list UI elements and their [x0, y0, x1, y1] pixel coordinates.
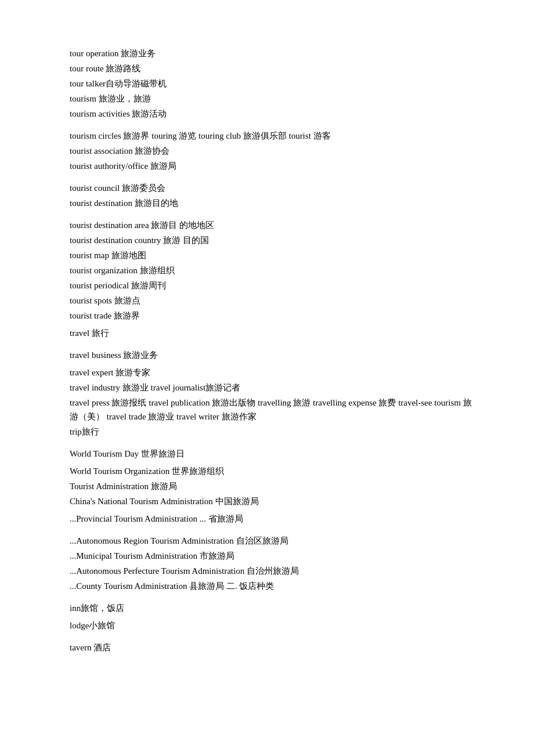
entry-tourist-destination-country: tourist destination country 旅游 目的国 — [70, 233, 476, 247]
entry-provincial-tourism: ...Provincial Tourism Administration ...… — [70, 512, 476, 526]
entry-tourism-circles: tourism circles 旅游界 touring 游览 touring c… — [70, 129, 476, 143]
entry-tourism-activities: tourism activities 旅游活动 — [70, 107, 476, 121]
entry-travel-industry: travel industry 旅游业 travel journalist旅游记… — [70, 381, 476, 395]
entry-spacer6 — [70, 529, 476, 534]
entry-world-tourism-day: World Tourism Day 世界旅游日 — [70, 447, 476, 461]
entry-spacer5 — [70, 442, 476, 447]
entry-tourist-destination: tourist destination 旅游目的地 — [70, 196, 476, 210]
entry-tourist-destination-area: tourist destination area 旅游目 的地地区 — [70, 218, 476, 232]
entry-tourist-council: tourist council 旅游委员会 — [70, 181, 476, 195]
entry-lodge: lodge小旅馆 — [70, 618, 476, 632]
entry-tour-operation: tour operation 旅游业务 — [70, 46, 476, 60]
entry-travel: travel 旅行 — [70, 326, 476, 340]
entry-tourist-administration: Tourist Administration 旅游局 — [70, 479, 476, 493]
entry-autonomous-prefecture: ...Autonomous Perfecture Tourism Adminis… — [70, 564, 476, 578]
entry-tourist-authority: tourist authority/office 旅游局 — [70, 159, 476, 173]
entry-china-national-tourism: China's National Tourism Administration … — [70, 494, 476, 508]
entry-tourist-spots: tourist spots 旅游点 — [70, 294, 476, 308]
entry-tourist-trade: tourist trade 旅游界 — [70, 309, 476, 323]
entry-spacer4 — [70, 343, 476, 348]
entry-tavern: tavern 酒店 — [70, 641, 476, 654]
entry-trip: trip旅行 — [70, 425, 476, 439]
entry-tourist-periodical: tourist periodical 旅游周刊 — [70, 278, 476, 292]
entry-tourist-organization: tourist organization 旅游组织 — [70, 263, 476, 277]
main-content: tour operation 旅游业务tour route 旅游路线tour t… — [70, 46, 476, 654]
entry-tour-talker: tour talker自动导游磁带机 — [70, 77, 476, 91]
entry-travel-expert: travel expert 旅游专家 — [70, 366, 476, 379]
entry-tourist-map: tourist map 旅游地图 — [70, 248, 476, 262]
entry-autonomous-region: ...Autonomous Region Tourism Administrat… — [70, 534, 476, 548]
entry-inn: inn旅馆，饭店 — [70, 601, 476, 615]
entry-travel-press: travel press 旅游报纸 travel publication 旅游出… — [70, 396, 476, 424]
entry-spacer8 — [70, 636, 476, 641]
entry-travel-business: travel business 旅游业务 — [70, 348, 476, 362]
entry-spacer3 — [70, 214, 476, 218]
entry-spacer1 — [70, 124, 476, 129]
entry-world-tourism-org: World Tourism Organization 世界旅游组织 — [70, 464, 476, 478]
entry-county-tourism: ...County Tourism Administration 县旅游局 二.… — [70, 579, 476, 593]
entry-spacer2 — [70, 176, 476, 181]
entry-tour-route: tour route 旅游路线 — [70, 62, 476, 75]
entry-municipal-tourism: ...Municipal Tourism Administration 市旅游局 — [70, 549, 476, 563]
entry-tourist-association: tourist association 旅游协会 — [70, 144, 476, 158]
entry-spacer7 — [70, 596, 476, 601]
entry-tourism: tourism 旅游业，旅游 — [70, 92, 476, 106]
